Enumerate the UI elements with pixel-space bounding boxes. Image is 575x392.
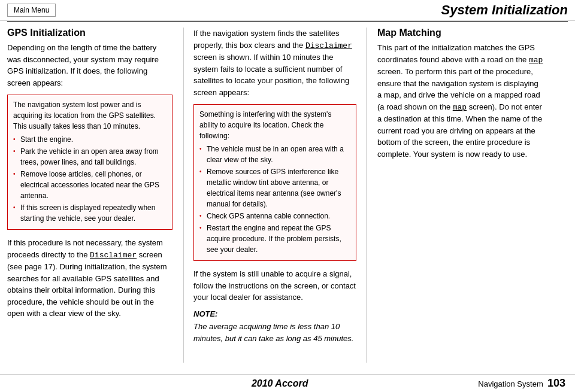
main-menu-button[interactable]: Main Menu bbox=[7, 4, 56, 17]
gps-init-para2: If this procedure is not necessary, the … bbox=[7, 237, 172, 320]
list-item: If this screen is displayed repeatedly w… bbox=[13, 202, 167, 224]
footer-right: Navigation System 103 bbox=[478, 377, 565, 390]
note-block: NOTE: The average acquiring time is less… bbox=[193, 308, 356, 345]
gps-init-para1: Depending on the length of time the batt… bbox=[7, 42, 172, 89]
map-word-2: map bbox=[453, 103, 467, 112]
map-matching-para: This part of the initialization matches … bbox=[377, 42, 543, 160]
warning1-intro: The navigation system lost power and is … bbox=[13, 99, 167, 132]
list-item: Remove loose articles, cell phones, or e… bbox=[13, 169, 167, 201]
note-text: The average acquiring time is less than … bbox=[193, 322, 353, 343]
warning2-list: The vehicle must be in an open area with… bbox=[199, 144, 350, 255]
footer-nav-label: Navigation System bbox=[478, 379, 543, 388]
footer-center: 2010 Accord bbox=[252, 378, 308, 389]
list-item: Restart the engine and repeat the GPS ac… bbox=[199, 223, 350, 255]
left-column: GPS Initialization Depending on the leng… bbox=[7, 28, 184, 363]
warning-box-1: The navigation system lost power and is … bbox=[7, 95, 172, 230]
page-ref: 17 bbox=[44, 262, 52, 271]
note-label: NOTE: bbox=[193, 308, 356, 320]
map-matching-heading: Map Matching bbox=[377, 28, 543, 38]
middle-para1: If the navigation system finds the satel… bbox=[193, 28, 356, 98]
main-columns: GPS Initialization Depending on the leng… bbox=[0, 22, 575, 369]
footer: 2010 Accord Navigation System 103 bbox=[0, 374, 575, 392]
list-item: The vehicle must be in an open area with… bbox=[199, 144, 350, 165]
middle-column: If the navigation system finds the satel… bbox=[184, 28, 367, 363]
right-column: Map Matching This part of the initializa… bbox=[367, 28, 543, 363]
disclaimer-word-left: Disclaimer bbox=[90, 251, 137, 260]
list-item: Remove sources of GPS interference like … bbox=[199, 166, 350, 209]
warning1-list: Start the engine. Park the vehicle in an… bbox=[13, 134, 167, 224]
list-item: Check GPS antenna cable connection. bbox=[199, 211, 350, 221]
middle-para1-end: screen is shown. If within 10 minutes th… bbox=[193, 53, 349, 97]
list-item: Start the engine. bbox=[13, 134, 167, 145]
middle-para2: If the system is still unable to acquire… bbox=[193, 268, 356, 303]
map-word-1: map bbox=[529, 56, 543, 65]
gps-init-heading: GPS Initialization bbox=[7, 28, 172, 38]
list-item: Park the vehicle in an open area away fr… bbox=[13, 146, 167, 168]
warning2-intro: Something is interfering with the system… bbox=[199, 109, 350, 141]
page-number: 103 bbox=[547, 377, 565, 389]
top-bar: Main Menu System Initialization bbox=[0, 0, 575, 21]
disclaimer-word-middle: Disclaimer bbox=[305, 41, 352, 50]
page-title: System Initialization bbox=[441, 2, 568, 18]
warning-box-2: Something is interfering with the system… bbox=[193, 104, 356, 261]
map-para-part1: This part of the initialization matches … bbox=[377, 43, 535, 64]
